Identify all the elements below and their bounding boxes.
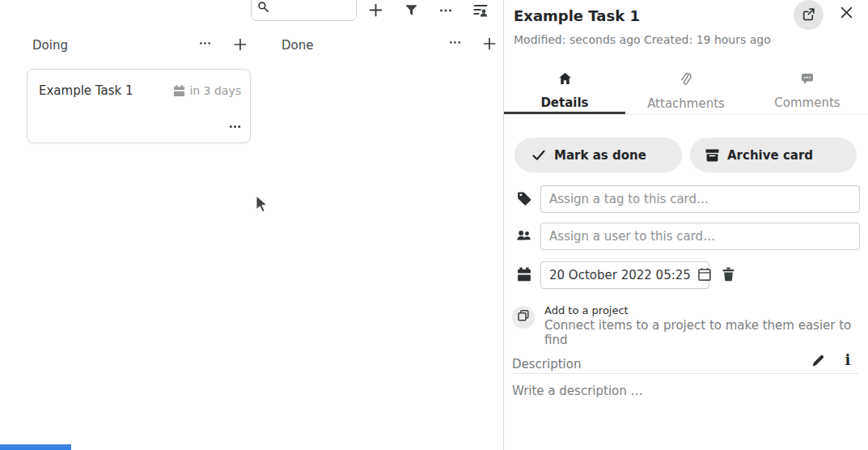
plus-icon xyxy=(234,38,247,53)
trash-icon xyxy=(722,267,735,284)
loading-progress-bar xyxy=(0,444,71,450)
description-label: Description xyxy=(512,357,581,371)
add-to-project-subtitle: Connect items to a project to make them … xyxy=(544,318,868,347)
panel-title: Example Task 1 xyxy=(514,7,640,24)
add-to-project-button[interactable] xyxy=(512,306,535,329)
comment-bubble-icon xyxy=(801,72,814,88)
panel-tabbar: Details Attachments Comm xyxy=(504,68,868,115)
column-doing-menu-button[interactable] xyxy=(195,36,214,53)
tab-attachments[interactable]: Attachments xyxy=(625,68,747,114)
mark-as-done-button[interactable]: Mark as done xyxy=(514,138,682,172)
search-input[interactable] xyxy=(269,2,351,17)
more-dots-icon xyxy=(229,121,241,135)
more-dots-icon xyxy=(449,36,461,51)
calendar-icon xyxy=(517,267,533,283)
edit-description-button[interactable] xyxy=(809,354,827,370)
column-title-done: Done xyxy=(282,38,313,53)
add-to-project-title[interactable]: Add to a project xyxy=(544,304,629,316)
calendar-icon xyxy=(173,85,185,97)
more-dots-icon xyxy=(199,37,211,52)
card-title: Example Task 1 xyxy=(39,83,133,98)
kanban-card[interactable]: Example Task 1 in 3 days xyxy=(27,69,251,143)
tab-details[interactable]: Details xyxy=(504,68,625,114)
filter-button[interactable] xyxy=(401,2,421,21)
panel-meta: Modified: seconds ago Created: 19 hours … xyxy=(514,33,771,46)
info-icon: i xyxy=(845,353,851,367)
plus-icon xyxy=(483,37,496,53)
plus-icon xyxy=(369,3,383,19)
external-link-icon xyxy=(802,7,815,23)
column-done-add-card-button[interactable] xyxy=(480,35,499,54)
add-button[interactable] xyxy=(366,2,385,21)
home-icon xyxy=(558,72,572,88)
search-box[interactable] xyxy=(251,0,357,21)
board-menu-button[interactable] xyxy=(436,2,455,21)
close-panel-button[interactable] xyxy=(837,5,855,23)
description-info-button[interactable]: i xyxy=(840,351,855,369)
remove-due-date-button[interactable] xyxy=(719,266,737,284)
close-icon xyxy=(840,6,853,21)
description-divider xyxy=(512,373,858,374)
users-icon xyxy=(516,229,532,245)
list-person-icon xyxy=(473,3,488,19)
mouse-cursor xyxy=(255,195,269,218)
column-done-menu-button[interactable] xyxy=(445,36,464,52)
card-due-label: in 3 days xyxy=(189,84,241,97)
assignee-filter-button[interactable] xyxy=(471,2,490,21)
tag-icon xyxy=(517,191,533,207)
calendar-outline-icon xyxy=(697,267,712,284)
pencil-icon xyxy=(811,354,825,370)
card-menu-button[interactable] xyxy=(226,121,243,134)
tab-label: Details xyxy=(540,96,588,110)
check-icon xyxy=(532,150,545,161)
due-date-field[interactable]: 20 October 2022 05:25 xyxy=(540,261,709,289)
due-date-value: 20 October 2022 05:25 xyxy=(549,268,691,282)
paperclip-icon xyxy=(680,72,692,89)
tab-label: Comments xyxy=(774,96,840,110)
open-in-new-window-button[interactable] xyxy=(794,0,824,30)
more-dots-icon xyxy=(439,4,452,19)
search-icon xyxy=(257,1,269,16)
description-editor[interactable]: Write a description … xyxy=(512,384,643,398)
projects-icon xyxy=(517,309,530,325)
column-doing-add-card-button[interactable] xyxy=(231,36,250,55)
tab-comments[interactable]: Comments xyxy=(747,68,868,114)
archive-card-button[interactable]: Archive card xyxy=(690,138,857,172)
archive-icon xyxy=(705,149,719,162)
date-picker-button[interactable] xyxy=(697,267,712,283)
funnel-icon xyxy=(405,4,417,19)
column-title-doing: Doing xyxy=(32,38,68,53)
app-window: Doing Done Example Task 1 xyxy=(0,0,868,450)
assign-user-input[interactable] xyxy=(540,223,860,250)
button-label: Mark as done xyxy=(554,148,646,163)
card-due-date: in 3 days xyxy=(173,84,241,97)
assign-tag-input[interactable] xyxy=(540,185,860,213)
tab-label: Attachments xyxy=(647,96,725,111)
button-label: Archive card xyxy=(727,148,813,163)
